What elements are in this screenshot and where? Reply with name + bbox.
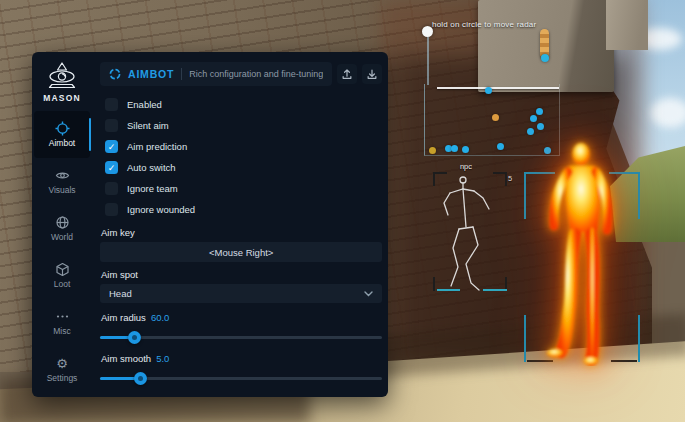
aim-smooth-slider[interactable] xyxy=(100,372,382,385)
radar-dot xyxy=(485,87,492,94)
import-config-button[interactable] xyxy=(337,64,357,84)
radar-dot xyxy=(451,145,458,152)
player-chams xyxy=(541,140,627,366)
sidebar-item-misc[interactable]: Misc xyxy=(34,299,90,346)
radar-dot xyxy=(537,123,544,130)
aim-spot-label: Aim spot xyxy=(100,269,382,280)
player-esp-box xyxy=(519,138,645,366)
toggle-label: Silent aim xyxy=(127,120,169,131)
game-screen: hold on circle to move radar npc 5 xyxy=(0,0,685,422)
toggle-list: ✓ Enabled ✓ Silent aim ✓ Aim prediction … xyxy=(100,94,382,220)
sidebar-item-visuals[interactable]: Visuals xyxy=(34,158,90,205)
aim-key-label: Aim key xyxy=(100,227,382,238)
radar-hint-text: hold on circle to move radar xyxy=(432,20,536,29)
aim-radius-slider[interactable] xyxy=(100,331,382,344)
aim-smooth-label: Aim smooth5.0 xyxy=(100,353,382,364)
toggle-ignore-wounded[interactable]: ✓ Ignore wounded xyxy=(100,199,382,220)
slider-thumb[interactable] xyxy=(134,372,147,385)
toggle-label: Enabled xyxy=(127,99,162,110)
concrete-block xyxy=(606,0,648,50)
sidebar-nav: Aimbot Visuals World xyxy=(34,111,90,393)
toggle-label: Aim prediction xyxy=(127,141,187,152)
ellipsis-icon xyxy=(55,309,70,324)
crosshair-icon xyxy=(55,121,70,136)
toggle-silent-aim[interactable]: ✓ Silent aim xyxy=(100,115,382,136)
radar-dot xyxy=(530,115,537,122)
checkbox: ✓ xyxy=(105,203,118,216)
panel-header: AIMBOT Rich configuration and fine-tunin… xyxy=(100,62,382,86)
sidebar-item-settings[interactable]: ⚙ Settings xyxy=(34,346,90,393)
npc-esp-box: npc 5 xyxy=(429,163,509,293)
sidebar-item-loot[interactable]: Loot xyxy=(34,252,90,299)
toggle-label: Ignore team xyxy=(127,183,178,194)
panel-content: AIMBOT Rich configuration and fine-tunin… xyxy=(92,52,395,397)
sidebar-item-label: Settings xyxy=(47,373,78,383)
target-icon xyxy=(109,68,121,80)
aim-spot-value: Head xyxy=(109,288,364,299)
radar-stem-line xyxy=(427,37,429,85)
toggle-ignore-team[interactable]: ✓ Ignore team xyxy=(100,178,382,199)
radar-top-line xyxy=(437,87,559,89)
aim-smooth-value: 5.0 xyxy=(156,353,169,364)
checkbox: ✓ xyxy=(105,119,118,132)
radar-dot xyxy=(429,147,436,154)
mason-logo-icon xyxy=(44,61,80,91)
globe-icon xyxy=(55,215,70,230)
toggle-label: Ignore wounded xyxy=(127,204,195,215)
checkbox: ✓ xyxy=(105,98,118,111)
sidebar: MASON Aimbot Visuals xyxy=(32,52,92,397)
sidebar-item-label: Misc xyxy=(53,326,70,336)
radar-dot xyxy=(497,143,504,150)
chevron-down-icon xyxy=(364,291,373,297)
toggle-label: Auto switch xyxy=(127,162,176,173)
toggle-auto-switch[interactable]: ✓ Auto switch xyxy=(100,157,382,178)
toggle-enabled[interactable]: ✓ Enabled xyxy=(100,94,382,115)
slider-track xyxy=(100,336,382,339)
aim-radius-value: 60.0 xyxy=(151,312,170,323)
cheat-menu-panel: MASON Aimbot Visuals xyxy=(32,52,388,397)
checkbox: ✓ xyxy=(105,161,118,174)
upload-icon xyxy=(341,68,353,80)
export-config-button[interactable] xyxy=(362,64,382,84)
divider xyxy=(181,68,182,80)
sidebar-item-label: Loot xyxy=(54,279,71,289)
cloud xyxy=(650,98,685,128)
radar-dot xyxy=(492,114,499,121)
header-pill: AIMBOT Rich configuration and fine-tunin… xyxy=(100,62,332,86)
sidebar-item-world[interactable]: World xyxy=(34,205,90,252)
sidebar-item-label: World xyxy=(51,232,73,242)
sidebar-item-label: Visuals xyxy=(48,185,75,195)
radar-dot xyxy=(462,146,469,153)
radar-drag-handle[interactable] xyxy=(422,26,433,37)
npc-esp-label: npc xyxy=(429,162,503,171)
aim-radius-label: Aim radius60.0 xyxy=(100,312,382,323)
download-icon xyxy=(366,68,378,80)
radar-dot xyxy=(536,108,543,115)
toggle-aim-prediction[interactable]: ✓ Aim prediction xyxy=(100,136,382,157)
sidebar-item-aimbot[interactable]: Aimbot xyxy=(34,111,90,158)
slider-thumb[interactable] xyxy=(128,331,141,344)
aim-key-button[interactable]: <Mouse Right> xyxy=(100,242,382,262)
brand-name: MASON xyxy=(43,93,81,103)
cube-icon xyxy=(55,262,70,277)
gear-icon: ⚙ xyxy=(55,356,70,371)
checkbox: ✓ xyxy=(105,182,118,195)
eye-icon xyxy=(55,168,70,183)
checkbox: ✓ xyxy=(105,140,118,153)
page-subtitle: Rich configuration and fine-tuning xyxy=(189,69,323,79)
aim-spot-select[interactable]: Head xyxy=(100,284,382,303)
radar-dot xyxy=(527,128,534,135)
page-title: AIMBOT xyxy=(128,68,174,80)
sidebar-item-label: Aimbot xyxy=(49,138,75,148)
skeleton-esp xyxy=(433,172,507,291)
world-marker-dot xyxy=(541,54,549,62)
npc-esp-distance: 5 xyxy=(508,174,512,183)
